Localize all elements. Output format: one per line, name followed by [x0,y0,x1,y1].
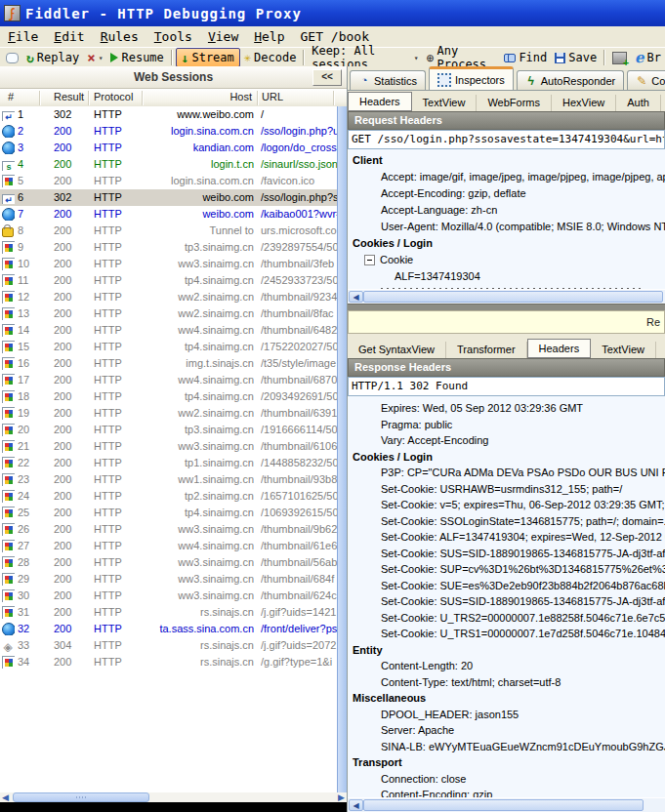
tab-get-syntaxview[interactable]: Get SyntaxView [348,342,446,358]
menu-item-tools[interactable]: Tools [146,27,200,46]
tab-auth[interactable]: Auth [616,95,661,111]
column-number[interactable]: # [8,91,14,102]
table-row[interactable]: 11200HTTPtp4.sinaimg.cn/2452933723/50 [0,272,338,289]
column-separator[interactable] [333,91,335,105]
session-result: 304 [54,637,91,654]
resume-button[interactable]: Resume [106,49,167,66]
tab-textview[interactable]: TextView [412,95,478,111]
table-row[interactable]: 29200HTTPww3.sinaimg.cn/thumbnail/684f [0,571,338,588]
column-host[interactable]: Host [125,91,252,102]
column-result[interactable]: Result [54,91,84,102]
session-vertical-scrollbar[interactable] [337,106,347,792]
table-row[interactable]: 27200HTTPww4.sinaimg.cn/thumbnail/61e6 [0,538,338,554]
table-row[interactable]: 12200HTTPww2.sinaimg.cn/thumbnail/9234 [0,289,338,305]
table-row[interactable]: 18200HTTPtp4.sinaimg.cn/2093492691/50 [0,388,338,405]
table-row[interactable]: 30200HTTPww3.sinaimg.cn/thumbnail/624c [0,588,338,604]
collapse-toggle-icon[interactable] [364,255,375,265]
table-row[interactable]: 17200HTTPww4.sinaimg.cn/thumbnail/6870 [0,372,338,388]
tab-comp[interactable]: ✎Comp [627,70,665,90]
table-row[interactable]: 28200HTTPww3.sinaimg.cn/thumbnail/56ab [0,554,338,571]
table-row[interactable]: 10200HTTPww3.sinaimg.cn/thumbnail/3feb [0,256,338,272]
column-separator[interactable] [257,91,259,105]
table-row[interactable]: s4200HTTPlogin.t.cn/sinaurl/sso.json [0,156,338,173]
menu-item-help[interactable]: Help [246,27,292,46]
table-row[interactable]: 20200HTTPtp3.sinaimg.cn/1916666114/50 [0,422,338,438]
column-url[interactable]: URL [262,91,283,102]
session-url: /sso/login.php?u [261,123,338,140]
table-row[interactable]: 32200HTTPta.sass.sina.com.cn/front/deliv… [0,621,338,637]
header-group-name: Transport [348,754,665,771]
keep-sessions-dropdown[interactable]: Keep: All sessions ▾ [308,49,422,66]
column-separator[interactable] [142,91,144,105]
tab-statistics[interactable]: ◔Statistics [350,70,426,90]
tab-headers[interactable]: Headers [527,339,592,358]
any-process-button[interactable]: ⊕ Any Process [423,49,501,66]
menu-item-view[interactable]: View [200,27,246,46]
table-row[interactable]: 34200HTTPrs.sinajs.cn/g.gif?type=1&i [0,654,338,670]
table-row[interactable]: ↵1302HTTPwww.weibo.com/ [0,106,338,123]
table-row[interactable]: 15200HTTPtp4.sinaimg.cn/1752202027/50 [0,339,338,355]
find-button[interactable]: Find [500,49,551,66]
save-button[interactable]: Save [551,49,601,66]
comment-button[interactable] [2,49,22,66]
tab-im[interactable]: Im [656,342,665,358]
menu-item-rules[interactable]: Rules [93,27,146,46]
session-url: /1657101625/50 [261,488,338,505]
tab-textview[interactable]: TextView [591,342,656,358]
transform-notice-bar[interactable]: Re [348,310,665,334]
collapse-panel-button[interactable]: << [312,69,342,86]
table-row[interactable]: 16200HTTPimg.t.sinajs.cn/t35/style/image [0,355,338,372]
browse-button[interactable]: e Br [631,49,665,66]
decode-button[interactable]: ✳ Decode [240,49,301,66]
table-row[interactable]: ↵6302HTTPweibo.com/sso/login.php?s [0,189,338,206]
scrollbar-thumb[interactable] [13,792,149,802]
table-row[interactable]: 25200HTTPtp4.sinaimg.cn/1069392615/50 [0,505,338,521]
table-row[interactable]: 21200HTTPww3.sinaimg.cn/thumbnail/6106 [0,438,338,455]
request-horizontal-scrollbar[interactable]: ◀ [348,289,665,304]
replay-button[interactable]: ↻ Replay [22,49,83,66]
quickexec-box[interactable] [0,802,347,812]
table-row[interactable]: 31200HTTPrs.sinajs.cn/j.gif?uids=1421 [0,604,338,621]
tab-headers[interactable]: Headers [348,92,412,111]
table-row[interactable]: 2200HTTPlogin.sina.com.cn/sso/login.php?… [0,123,338,140]
column-separator[interactable] [39,91,41,105]
stream-button[interactable]: ↓ Stream [176,48,240,67]
response-headers-tree: Expires: Wed, 05 Sep 2012 03:29:36 GMTPr… [348,396,665,797]
response-horizontal-scrollbar[interactable]: ◀ [348,797,665,812]
tab-webforms[interactable]: WebForms [477,95,552,111]
tab-autoresponder[interactable]: ϟAutoResponder [517,70,624,90]
table-row[interactable]: 13200HTTPww2.sinaimg.cn/thumbnail/8fac [0,305,338,322]
menu-item-edit[interactable]: Edit [46,27,92,46]
table-row[interactable]: 7200HTTPweibo.com/kaibao001?wvr= [0,206,338,223]
table-row[interactable]: 22200HTTPtp1.sinaimg.cn/1448858232/50 [0,455,338,471]
session-column-header[interactable]: # Result Protocol Host URL [0,89,347,108]
session-number: 6 [18,189,41,206]
table-row[interactable]: 24200HTTPtp2.sinaimg.cn/1657101625/50 [0,488,338,505]
table-row[interactable]: 14200HTTPww4.sinaimg.cn/thumbnail/6482 [0,322,338,339]
menu-item-file[interactable]: File [0,27,46,46]
tab-inspectors[interactable]: Inspectors [429,66,514,91]
scroll-right-icon[interactable]: ▶ [336,792,347,802]
remove-button[interactable]: × ▾ [83,49,106,66]
table-row[interactable]: 23200HTTPww1.sinaimg.cn/thumbnail/93b8 [0,471,338,488]
table-row[interactable]: 3200HTTPkandian.com/logon/do_cross [0,140,338,156]
header-group-name: Miscellaneous [348,690,665,707]
session-horizontal-scrollbar[interactable]: ◀ ▶ [0,792,347,802]
scroll-left-icon[interactable]: ◀ [349,799,363,811]
scrollbar-thumb[interactable] [363,291,663,303]
table-row[interactable]: 5200HTTPlogin.sina.com.cn/favicon.ico [0,173,338,189]
tab-hexview[interactable]: HexView [552,95,616,111]
tab-transformer[interactable]: Transformer [446,342,527,358]
table-row[interactable]: ◈33304HTTPrs.sinajs.cn/j.gif?uids=2072 [0,637,338,654]
table-row[interactable]: 26200HTTPww3.sinaimg.cn/thumbnail/9b62 [0,521,338,538]
screenshot-button[interactable] [608,49,631,66]
request-response-splitter[interactable] [348,304,665,310]
column-separator[interactable] [88,91,90,105]
scroll-left-icon[interactable]: ◀ [0,792,11,802]
scrollbar-thumb[interactable] [363,799,644,811]
table-row[interactable]: 19200HTTPww2.sinaimg.cn/thumbnail/6391 [0,405,338,422]
table-row[interactable]: 8200HTTPTunnel tours.microsoft.co [0,223,338,239]
tab-c[interactable]: C [661,95,665,111]
table-row[interactable]: 9200HTTPtp3.sinaimg.cn/2392897554/50 [0,239,338,256]
scroll-left-icon[interactable]: ◀ [349,291,363,303]
